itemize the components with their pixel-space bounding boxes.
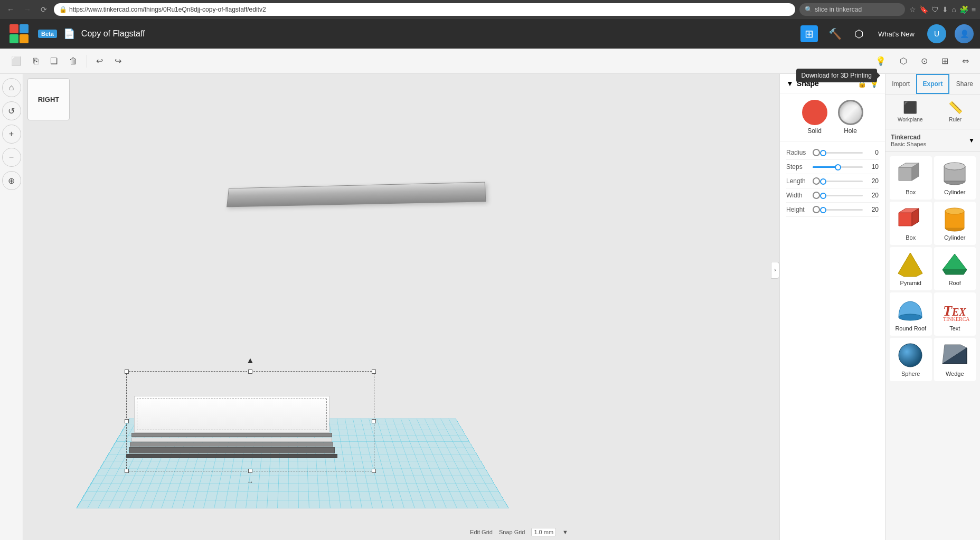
solid-button[interactable]: Solid	[802, 100, 827, 135]
steps-slider[interactable]	[813, 166, 863, 168]
wedge-label: Wedge	[946, 371, 964, 377]
zoom-out-button[interactable]: −	[2, 148, 21, 167]
width-slider[interactable]	[823, 195, 863, 196]
beta-badge: Beta	[38, 30, 57, 38]
refresh-button[interactable]: ⟳	[38, 4, 50, 15]
shape-item-box-red[interactable]: Box	[890, 202, 932, 245]
steps-label: Steps	[786, 163, 813, 170]
share-tab[interactable]: Share	[949, 74, 980, 94]
duplicate-button[interactable]: ❏	[45, 52, 62, 70]
doc-title[interactable]: Copy of Flagstaff	[81, 29, 794, 39]
main-building[interactable]	[134, 396, 337, 458]
shape-toggle-button[interactable]: ⬡	[895, 52, 912, 70]
user-avatar[interactable]: U	[927, 24, 946, 43]
camera-button[interactable]: ⊙	[916, 52, 932, 70]
user-profile-avatar[interactable]: 👤	[955, 24, 974, 43]
shape-panel: ▼ Shape 🔒 💡 Solid Hole Radius	[779, 74, 885, 540]
tinker-button[interactable]: 🔨	[826, 25, 844, 42]
delete-button[interactable]: 🗑	[64, 53, 82, 70]
extension-icon[interactable]: 🧩	[959, 5, 968, 14]
back-button[interactable]: ←	[4, 4, 17, 15]
shape-item-wedge[interactable]: Wedge	[934, 338, 976, 381]
right-panel-tabs: Import Export Share	[885, 74, 980, 94]
workplane-button[interactable]: ⬛ Workplane	[890, 99, 931, 125]
properties: Radius 0 Steps	[780, 141, 885, 221]
browser-bar: ← → ⟳ 🔒 https://www.tinkercad.com/things…	[0, 0, 980, 19]
shapes-grid: Box Cylinder	[885, 152, 980, 385]
width-circle-icon	[813, 192, 820, 199]
shape-item-sphere[interactable]: Sphere	[890, 338, 932, 381]
shape-item-roof[interactable]: Roof	[934, 247, 976, 290]
point-light-button[interactable]: 💡	[871, 52, 891, 70]
star-icon[interactable]: ☆	[909, 5, 916, 14]
category-dropdown[interactable]: ▼	[968, 137, 975, 144]
canvas-area[interactable]: RIGHT	[23, 74, 779, 540]
hole-button[interactable]: Hole	[838, 100, 863, 135]
height-slider[interactable]	[823, 209, 863, 211]
export-tab[interactable]: Export	[916, 74, 949, 94]
zoom-in-button[interactable]: +	[2, 125, 21, 144]
shape-item-cylinder-orange[interactable]: Cylinder	[934, 202, 976, 245]
snap-dropdown-icon[interactable]: ▼	[562, 529, 568, 535]
new-button[interactable]: ⬜	[6, 52, 26, 70]
main-layout: ⌂ ↺ + − ⊕ RIGHT	[0, 74, 980, 540]
forward-button[interactable]: →	[21, 4, 34, 15]
width-slider-container	[813, 192, 863, 199]
wedge-icon	[939, 342, 970, 368]
collapse-panel-arrow[interactable]: ›	[771, 262, 779, 279]
roof-icon	[939, 251, 970, 278]
snap-grid-label: Snap Grid	[499, 529, 525, 535]
shield-icon[interactable]: 🛡	[931, 5, 939, 14]
text-3d-icon: T EX TINKERCAD	[939, 297, 970, 323]
snap-grid-value[interactable]: 1.0 mm	[531, 528, 556, 536]
cylinder-orange-icon	[939, 206, 970, 232]
doc-icon: 📄	[63, 28, 75, 40]
shape-item-pyramid[interactable]: Pyramid	[890, 247, 932, 290]
import-tab[interactable]: Import	[885, 74, 916, 94]
radius-circle-icon	[813, 149, 820, 156]
cylinder-gray-label: Cylinder	[944, 189, 965, 195]
svg-text:TINKERCAD: TINKERCAD	[943, 316, 969, 322]
status-bar: Edit Grid Snap Grid 1.0 mm ▼	[46, 524, 779, 540]
download-icon[interactable]: ⬇	[942, 5, 948, 14]
tc-category: Tinkercad Basic Shapes ▼	[885, 129, 980, 152]
flat-roof-object[interactable]	[227, 182, 486, 207]
search-bar[interactable]: 🔍 slice in tinkercad	[799, 3, 905, 16]
height-slider-container	[813, 206, 863, 213]
svg-marker-6	[899, 213, 912, 226]
zoom-fit-button[interactable]: ⊕	[2, 171, 21, 190]
tc-label: Tinkercad	[891, 134, 926, 141]
collapse-arrow-icon[interactable]: ▼	[786, 79, 794, 88]
box-red-icon	[895, 206, 927, 232]
home-nav-button[interactable]: ⌂	[2, 78, 21, 97]
url-bar[interactable]: 🔒 https://www.tinkercad.com/things/0Ru1e…	[54, 3, 795, 16]
edit-grid-label[interactable]: Edit Grid	[470, 529, 493, 535]
undo-button[interactable]: ↩	[91, 52, 108, 70]
hole-label: Hole	[844, 127, 857, 135]
box-gray-label: Box	[906, 189, 916, 195]
ruler-button[interactable]: 📏 Ruler	[935, 99, 976, 125]
export-tooltip: Download for 3D Printing	[796, 69, 877, 82]
radius-row: Radius 0	[786, 146, 879, 160]
mirror-button[interactable]: ⇔	[957, 52, 974, 70]
rotate-left-button[interactable]: ↺	[2, 101, 21, 120]
shape-item-box-gray[interactable]: Box	[890, 156, 932, 200]
sphere-label: Sphere	[901, 371, 920, 377]
workplane-ruler: ⬛ Workplane 📏 Ruler	[885, 94, 980, 129]
length-slider[interactable]	[823, 181, 863, 182]
menu-icon[interactable]: ≡	[972, 5, 976, 14]
view-cube[interactable]: RIGHT	[27, 78, 70, 120]
radius-slider[interactable]	[823, 152, 863, 154]
bookmark-icon[interactable]: 🔖	[919, 5, 928, 14]
copy-all-button[interactable]: ⎘	[29, 53, 43, 70]
redo-button[interactable]: ↪	[110, 52, 126, 70]
shape-item-cylinder-gray[interactable]: Cylinder	[934, 156, 976, 200]
whats-new-button[interactable]: What's New	[874, 28, 919, 40]
pyramid-icon	[895, 251, 927, 278]
shape-item-round-roof[interactable]: Round Roof	[890, 292, 932, 336]
shape-item-text[interactable]: T EX TINKERCAD Text	[934, 292, 976, 336]
grid-view-button[interactable]: ⊞	[800, 25, 818, 42]
align-button[interactable]: ⊞	[937, 52, 953, 70]
home-icon[interactable]: ⌂	[951, 5, 956, 14]
circuit-button[interactable]: ⬡	[852, 25, 865, 42]
